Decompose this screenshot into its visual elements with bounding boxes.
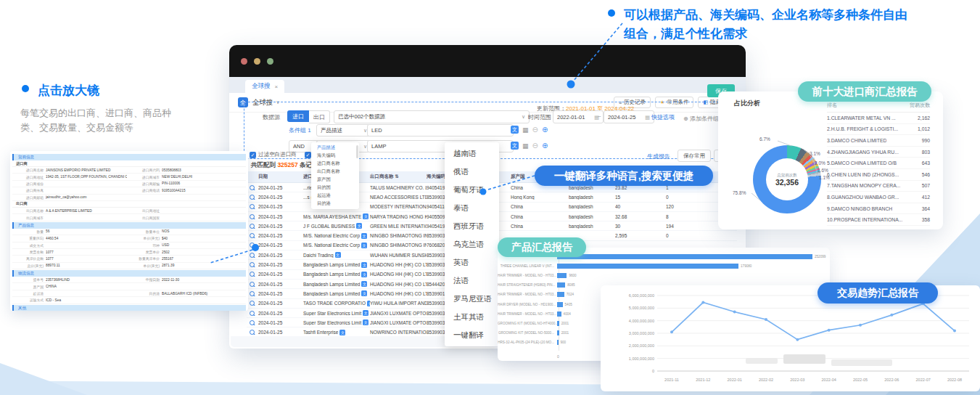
field-option[interactable]: 起运港 (311, 192, 359, 200)
remove-condition-icon[interactable]: ⊖ (532, 142, 538, 150)
translate-icon[interactable]: 文 (361, 281, 367, 287)
translate-icon[interactable]: 文 (511, 142, 519, 150)
field-option[interactable]: 目的国 (311, 184, 359, 192)
column-header[interactable]: 日期 (258, 174, 303, 180)
datasource-select[interactable]: 已选中002个数据源∨ (334, 110, 530, 123)
keyword-input-1[interactable]: LED (367, 124, 514, 137)
percent-label: 3.1% (810, 151, 820, 156)
field-option[interactable]: 进口商名称 (311, 160, 359, 168)
magnifier-cell[interactable] (247, 301, 258, 306)
maximize-window-icon[interactable] (267, 58, 273, 65)
magnifier-cell[interactable] (247, 204, 258, 209)
translate-icon[interactable]: 文 (361, 233, 367, 239)
translate-icon[interactable]: 文 (361, 272, 367, 277)
minimize-window-icon[interactable] (254, 58, 260, 65)
save-common-button[interactable]: 保存常用 (678, 150, 711, 162)
scrollbar[interactable] (356, 145, 358, 158)
translate-icon[interactable]: 文 (363, 310, 368, 316)
add-condition-icon[interactable]: ⊕ (542, 126, 548, 134)
magnifier-cell[interactable] (247, 214, 258, 219)
date-to-input[interactable]: 2024-01-25▦ (604, 110, 654, 123)
magnifier-icon[interactable] (250, 301, 255, 306)
translate-icon[interactable]: 文 (335, 252, 341, 258)
language-option[interactable]: 土耳其语 (445, 308, 499, 326)
magnifier-cell[interactable] (247, 272, 258, 277)
cell-text: Bangladesh Lamps Limited (303, 262, 360, 267)
condition-group-label: 条件组 1 (289, 126, 311, 134)
magnifier-cell[interactable] (247, 320, 258, 325)
remove-condition-icon[interactable]: ⊖ (532, 126, 538, 134)
language-dropdown: 越南语俄语葡萄牙语泰语西班牙语乌克兰语英语法语罗马尼亚语土耳其语一键翻译 (445, 142, 499, 346)
language-option[interactable]: 越南语 (445, 144, 499, 163)
language-option[interactable]: 法语 (445, 272, 499, 290)
magnifier-cell[interactable] (247, 253, 258, 258)
magnifier-icon[interactable] (250, 185, 255, 190)
language-option[interactable]: 一键翻译 (445, 326, 499, 344)
trade-count: 803 (922, 150, 930, 155)
window-titlebar[interactable] (229, 45, 746, 77)
magnifier-icon[interactable] (250, 233, 255, 238)
date-from-input[interactable]: 2022-01-01▦ (553, 110, 604, 123)
magnifier-icon[interactable] (250, 311, 255, 316)
generate-report-link[interactable]: 生成报告 (647, 152, 670, 160)
field-value: 2357368HLIND (46, 278, 127, 282)
column-header[interactable]: 出口商名称 ⇅ (370, 174, 427, 180)
magnifier-icon[interactable] (250, 204, 255, 209)
language-option[interactable]: 俄语 (445, 163, 499, 181)
translate-icon[interactable]: 文 (361, 290, 367, 296)
magnifier-cell[interactable] (247, 262, 258, 267)
translate-icon[interactable]: 文 (356, 223, 362, 229)
field-option[interactable]: 原产国 (311, 176, 359, 184)
language-option[interactable]: 葡萄牙语 (445, 181, 499, 199)
magnifier-icon[interactable] (250, 291, 255, 296)
language-option[interactable]: 英语 (445, 253, 499, 272)
add-condition-icon[interactable]: ⊕ (542, 142, 548, 150)
field-option[interactable]: 海关编码 (311, 152, 359, 160)
grid-icon[interactable]: ▦ (522, 142, 529, 150)
magnifier-icon[interactable] (250, 330, 255, 335)
magnifier-cell[interactable] (247, 330, 258, 335)
magnifier-cell[interactable] (247, 185, 258, 190)
magnifier-icon[interactable] (250, 195, 255, 200)
language-option[interactable]: 罗马尼亚语 (445, 290, 499, 308)
translate-icon[interactable]: 文 (363, 213, 368, 219)
magnifier-icon[interactable] (250, 224, 255, 229)
magnifier-cell[interactable] (247, 233, 258, 238)
magnifier-icon[interactable] (250, 262, 255, 267)
field-option[interactable]: 目的港 (311, 200, 359, 208)
close-window-icon[interactable] (241, 58, 247, 65)
language-option[interactable]: 乌克兰语 (445, 235, 499, 253)
quick-options-link[interactable]: 快捷选项 (651, 113, 675, 121)
tab-close-icon[interactable]: × (275, 84, 279, 90)
magnifier-icon[interactable] (250, 282, 255, 287)
export-toggle[interactable]: 出口 (309, 110, 330, 123)
magnifier-icon[interactable] (250, 320, 255, 325)
field-option[interactable]: 出口商名称 (311, 168, 359, 176)
magnifier-icon[interactable] (250, 272, 255, 277)
grid-icon[interactable]: ▦ (522, 126, 529, 134)
magnifier-cell[interactable] (247, 224, 258, 229)
x-tick-label: 2022-01 (728, 378, 742, 382)
field-option[interactable]: 产品描述 (311, 144, 359, 152)
import-toggle[interactable]: 进口 (287, 110, 309, 122)
language-option[interactable]: 泰语 (445, 199, 499, 217)
translate-icon[interactable]: 文 (361, 243, 367, 248)
filter-blank-importer-checkbox[interactable]: ✓过滤空白进口商 (250, 151, 297, 158)
magnifier-icon[interactable] (250, 253, 255, 258)
magnifier-cell[interactable] (247, 243, 258, 248)
x-tick-label: 2022-08 (947, 378, 962, 382)
detail-row: 运输方式ICD - Sea (12, 297, 246, 304)
magnifier-cell[interactable] (247, 291, 258, 296)
translate-icon[interactable]: 文 (361, 262, 367, 268)
field-select-1[interactable]: 产品描述∨ (316, 124, 371, 137)
magnifier-cell[interactable] (247, 311, 258, 316)
tab-global-search[interactable]: 全球搜 × (245, 80, 284, 93)
magnifier-icon[interactable] (250, 214, 255, 219)
magnifier-cell[interactable] (247, 195, 258, 200)
translate-icon[interactable]: 文 (363, 319, 368, 325)
magnifier-icon[interactable] (250, 243, 255, 248)
translate-icon[interactable]: 文 (511, 126, 519, 134)
translate-icon[interactable]: 文 (339, 330, 345, 335)
magnifier-cell[interactable] (247, 282, 258, 287)
language-option[interactable]: 西班牙语 (445, 217, 499, 235)
